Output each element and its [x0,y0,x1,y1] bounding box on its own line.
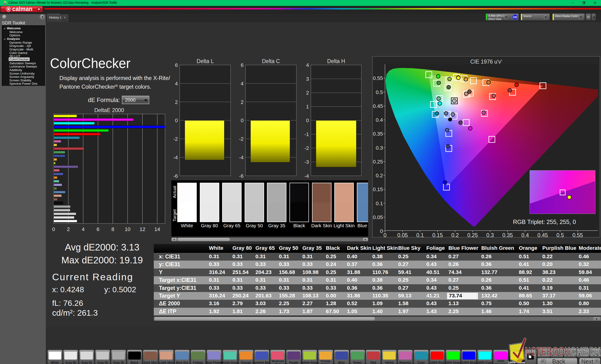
svg-text:-4: -4 [304,173,309,179]
svg-text:0.5: 0.5 [556,232,564,238]
svg-text:0.1: 0.1 [416,232,424,238]
svg-text:-2: -2 [239,136,244,142]
svg-text:2: 2 [306,90,309,96]
svg-text:0.2: 0.2 [376,172,383,179]
svg-text:Delta C: Delta C [262,58,280,64]
svg-text:0.45: 0.45 [373,103,383,109]
svg-text:0.3: 0.3 [376,145,383,151]
svg-text:0: 0 [241,117,243,123]
svg-text:0.05: 0.05 [373,214,383,220]
svg-text:4: 4 [175,81,178,86]
svg-text:14: 14 [154,226,160,232]
svg-text:-2: -2 [173,136,178,142]
svg-text:-3: -3 [304,159,309,165]
svg-text:4: 4 [82,226,84,232]
svg-text:DeltaE 2000: DeltaE 2000 [94,107,124,113]
svg-text:0.3: 0.3 [486,232,494,238]
svg-text:0: 0 [306,117,309,123]
svg-text:0: 0 [175,117,178,123]
svg-text:0.4: 0.4 [376,117,383,123]
svg-text:2: 2 [175,99,178,105]
svg-text:0.25: 0.25 [467,232,478,238]
svg-text:0.5: 0.5 [376,89,383,95]
svg-text:0: 0 [52,226,55,232]
svg-text:12: 12 [140,226,145,232]
svg-text:0.55: 0.55 [572,232,583,238]
svg-text:6: 6 [97,226,99,232]
svg-text:0.2: 0.2 [451,232,459,238]
svg-text:0.4: 0.4 [521,232,529,238]
svg-text:0.35: 0.35 [502,232,513,238]
svg-text:1: 1 [306,104,309,110]
svg-text:2: 2 [67,226,70,232]
svg-text:4: 4 [241,81,243,86]
svg-text:4: 4 [306,62,309,68]
svg-text:8: 8 [111,226,114,232]
svg-text:0.45: 0.45 [537,232,548,238]
svg-text:6: 6 [175,62,178,68]
svg-text:Delta L: Delta L [197,58,214,64]
svg-text:CHECK: CHECK [570,345,601,358]
svg-text:0.15: 0.15 [373,186,383,192]
svg-text:0.05: 0.05 [397,232,408,238]
svg-text:0: 0 [380,228,383,234]
svg-text:Delta H: Delta H [327,58,345,64]
svg-text:-2: -2 [304,145,309,151]
svg-text:-1: -1 [304,131,309,137]
svg-text:10: 10 [125,226,130,232]
svg-text:-6: -6 [173,173,178,179]
svg-text:-4: -4 [239,154,244,160]
svg-text:-4: -4 [173,154,178,160]
svg-text:NOTEBOOK: NOTEBOOK [525,345,570,358]
svg-text:3: 3 [306,76,309,82]
svg-text:2: 2 [241,99,243,105]
svg-text:0.25: 0.25 [373,159,383,165]
svg-text:0.35: 0.35 [373,131,383,137]
svg-text:0.1: 0.1 [376,201,383,206]
svg-text:0: 0 [384,232,387,238]
svg-text:6: 6 [241,62,243,68]
svg-text:0.55: 0.55 [373,75,383,81]
svg-text:-6: -6 [239,173,244,179]
svg-text:0.15: 0.15 [432,232,443,238]
